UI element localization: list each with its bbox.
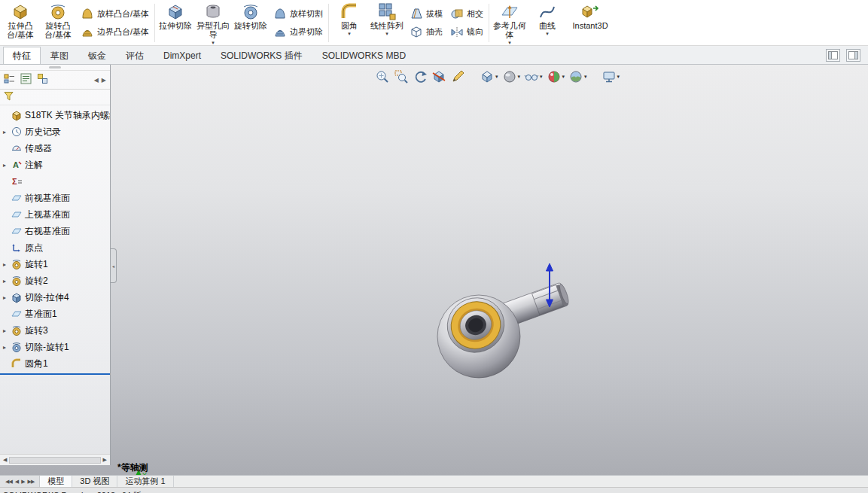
ribbon-button-intersect[interactable]: 相交 [450, 7, 483, 20]
dropdown-arrow-icon[interactable]: ▾ [495, 74, 498, 80]
feature-tree: S18TK 关节轴承内螺纹 ▸ 历史记录 传感器 [0, 105, 110, 375]
dropdown-arrow-icon[interactable]: ▾ [508, 40, 511, 45]
model-rod-end-bearing[interactable] [416, 247, 596, 390]
ribbon-button-reference-geometry[interactable]: 参考几何体 ▾ [491, 1, 528, 45]
panel-splitter-handle[interactable]: ◂ [111, 248, 117, 283]
dropdown-arrow-icon[interactable]: ▾ [348, 31, 351, 36]
collapse-pane-left-icon[interactable] [826, 49, 840, 62]
tree-item-revolve3[interactable]: ▸ 旋转3 [0, 322, 110, 339]
ribbon-button-extruded-cut[interactable]: 拉伸切除 [157, 1, 194, 30]
doc-tab-model[interactable]: 模型 [40, 476, 72, 487]
tree-item-equations[interactable]: Σ [0, 173, 110, 190]
ribbon-button-linear-pattern[interactable]: 线性阵列 ▾ [368, 1, 406, 36]
first-tab-icon[interactable]: ◀◀ [5, 479, 12, 485]
next-tab-icon[interactable]: ▶ [21, 479, 24, 485]
ribbon-button-extruded-boss[interactable]: 拉伸凸台/基体 [2, 1, 39, 39]
solidworks-window: 拉伸凸台/基体 旋转凸台/基体 放样凸台/基体 边界凸台/基体 [0, 0, 868, 493]
tree-item-annotations[interactable]: ▸ A 注解 [0, 157, 110, 173]
ribbon-button-lofted-cut[interactable]: 放样切割 [273, 7, 323, 20]
tab-features[interactable]: 特征 [3, 47, 41, 64]
last-tab-icon[interactable]: ▶▶ [28, 479, 35, 485]
ribbon-button-boundary-cut[interactable]: 边界切除 [273, 25, 323, 38]
ribbon-button-label: 抽壳 [426, 26, 443, 38]
dropdown-arrow-icon[interactable]: ▾ [385, 31, 388, 36]
ribbon-button-hole-wizard[interactable]: 异型孔向导 ▾ [194, 1, 232, 45]
draft-icon [410, 7, 423, 20]
dropdown-arrow-icon[interactable]: ▾ [562, 74, 565, 80]
doc-tab-motion-study[interactable]: 运动算例 1 [117, 476, 173, 487]
dropdown-arrow-icon[interactable]: ▾ [518, 74, 521, 80]
expand-arrow-icon[interactable]: ▸ [1, 261, 8, 268]
dropdown-arrow-icon[interactable]: ▾ [617, 74, 620, 80]
ribbon-button-boundary-boss[interactable]: 边界凸台/基体 [81, 25, 149, 38]
ribbon-button-lofted-boss[interactable]: 放样凸台/基体 [81, 7, 149, 20]
tree-horizontal-scrollbar[interactable]: ◀ ▶ [0, 454, 110, 465]
ribbon-button-mirror[interactable]: 镜向 [450, 25, 483, 38]
ribbon-button-revolved-cut[interactable]: 旋转切除 [232, 1, 270, 30]
tree-item-origin[interactable]: 原点 [0, 239, 110, 256]
tab-solidworks-mbd[interactable]: SOLIDWORKS MBD [312, 47, 416, 64]
tab-sheet-metal[interactable]: 钣金 [78, 47, 116, 64]
tree-item-part-root[interactable]: S18TK 关节轴承内螺纹 [0, 107, 110, 123]
tree-item-top-plane[interactable]: 上视基准面 [0, 206, 110, 223]
panel-collapse-handle[interactable] [0, 65, 110, 71]
expand-arrow-icon[interactable]: ▸ [1, 129, 8, 135]
expand-arrow-icon[interactable]: ▸ [1, 294, 8, 301]
scroll-tabs-left-icon[interactable]: ◀ [94, 77, 99, 84]
configurationmanager-tab-icon[interactable] [37, 73, 48, 87]
ribbon-button-shell[interactable]: 抽壳 [410, 25, 443, 38]
tab-sketch[interactable]: 草图 [41, 47, 78, 64]
tab-solidworks-addins[interactable]: SOLIDWORKS 插件 [211, 47, 312, 64]
tree-item-cut-extrude4[interactable]: ▸ 切除-拉伸4 [0, 289, 110, 306]
tree-item-front-plane[interactable]: 前视基准面 [0, 190, 110, 206]
hide-show-items-icon[interactable]: ▾ [524, 69, 543, 84]
expand-arrow-icon[interactable]: ▸ [1, 327, 8, 334]
tree-item-sensors[interactable]: 传感器 [0, 140, 110, 157]
expand-arrow-icon[interactable]: ▸ [1, 344, 8, 351]
tree-item-plane1[interactable]: 基准面1 [0, 306, 110, 322]
zoom-fit-icon[interactable] [375, 69, 390, 84]
rollback-bar[interactable] [0, 373, 110, 375]
display-style-icon[interactable]: ▾ [502, 69, 521, 84]
dropdown-arrow-icon[interactable]: ▾ [584, 74, 587, 80]
edit-appearance-icon[interactable]: ▾ [547, 69, 565, 84]
tree-item-cut-revolve1[interactable]: ▸ 切除-旋转1 [0, 339, 110, 355]
tree-item-revolve2[interactable]: ▸ 旋转2 [0, 272, 110, 289]
graphics-area[interactable]: ▾ ▾ ▾ ▾ ▾ ▾ [0, 65, 868, 475]
collapse-pane-right-icon[interactable] [846, 49, 860, 62]
zoom-to-area-icon[interactable] [394, 69, 409, 84]
tab-dimxpert[interactable]: DimXpert [154, 47, 211, 64]
dropdown-arrow-icon[interactable]: ▾ [212, 40, 215, 45]
expand-arrow-icon[interactable]: ▸ [1, 278, 8, 285]
previous-view-icon[interactable] [413, 69, 428, 84]
scroll-right-icon[interactable]: ▶ [101, 457, 109, 463]
doc-tab-3d-views[interactable]: 3D 视图 [72, 476, 117, 487]
ribbon-button-curves[interactable]: 曲线 ▾ [528, 1, 566, 36]
view-settings-icon[interactable]: ▾ [602, 69, 620, 84]
tree-filter-row [0, 90, 110, 105]
scroll-left-icon[interactable]: ◀ [1, 457, 9, 463]
tree-item-right-plane[interactable]: 右视基准面 [0, 223, 110, 239]
ribbon-button-revolved-boss[interactable]: 旋转凸台/基体 [39, 1, 77, 39]
headsup-view-toolbar: ▾ ▾ ▾ ▾ ▾ ▾ [375, 69, 620, 84]
scroll-tabs-right-icon[interactable]: ▶ [102, 77, 106, 84]
tab-evaluate[interactable]: 评估 [116, 47, 154, 64]
dropdown-arrow-icon[interactable]: ▾ [546, 31, 549, 36]
annotation-view-icon[interactable] [450, 69, 465, 84]
ribbon-button-fillet[interactable]: 圆角 ▾ [330, 1, 368, 36]
section-view-icon[interactable] [431, 69, 446, 84]
view-orientation-icon[interactable]: ▾ [480, 69, 498, 84]
tree-item-fillet1[interactable]: 圆角1 [0, 355, 110, 372]
tree-item-revolve1[interactable]: ▸ 旋转1 [0, 256, 110, 272]
expand-arrow-icon[interactable]: ▸ [1, 162, 8, 169]
scrollbar-thumb[interactable] [9, 457, 100, 464]
featuremanager-tab-icon[interactable] [4, 73, 15, 87]
ribbon-button-instant3d[interactable]: Instant3D [566, 1, 614, 30]
tree-item-history[interactable]: ▸ 历史记录 [0, 123, 110, 140]
propertymanager-tab-icon[interactable] [20, 73, 32, 87]
prev-tab-icon[interactable]: ◀ [15, 479, 18, 485]
filter-funnel-icon[interactable] [3, 90, 15, 105]
dropdown-arrow-icon[interactable]: ▾ [540, 74, 543, 80]
apply-scene-icon[interactable]: ▾ [568, 69, 587, 84]
ribbon-button-draft[interactable]: 拔模 [410, 7, 443, 20]
